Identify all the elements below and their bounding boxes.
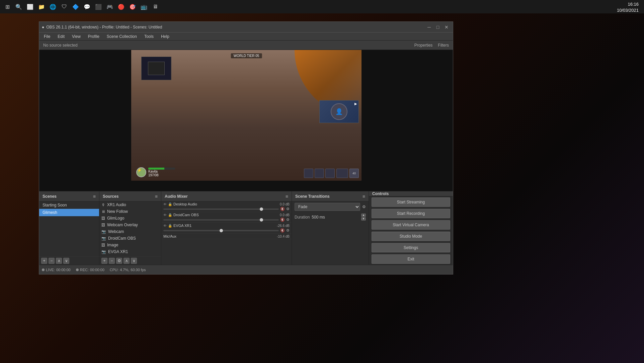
audio-evga: 👁 🔒 EVGA XR1 -26.6 dB 🔇 ⚙: [161, 223, 292, 234]
minimap: [141, 57, 171, 80]
app5-icon[interactable]: 📺: [139, 2, 149, 11]
start-streaming-button[interactable]: Start Streaming: [372, 197, 450, 207]
app3-icon[interactable]: ⬛: [94, 2, 103, 11]
explorer-icon[interactable]: 📁: [37, 2, 46, 11]
player-name: Kavita: [148, 170, 175, 173]
obs-window: ● OBS 26.1.1 (64-bit, windows) - Profile…: [39, 21, 453, 275]
duration-up-button[interactable]: ▲: [361, 214, 366, 217]
remove-scene-button[interactable]: −: [49, 258, 55, 264]
menu-edit[interactable]: Edit: [54, 34, 68, 40]
add-source-button[interactable]: +: [101, 258, 107, 264]
audio-mixer-panel: Audio Mixer ≡ 👁 🔒 Desktop Audio 0.0 dB: [161, 191, 292, 265]
duration-down-button[interactable]: ▼: [361, 217, 366, 221]
vlc-icon[interactable]: 🔴: [116, 2, 126, 11]
start-recording-button[interactable]: Start Recording: [372, 209, 450, 218]
transitions-header: Scene Transitions ≡: [292, 191, 369, 201]
overlay-icon: 🖼: [101, 223, 105, 227]
evga-settings-icon[interactable]: ⚙: [286, 228, 290, 233]
audio-menu-icon[interactable]: ≡: [286, 194, 288, 199]
source-evga-xr1[interactable]: 📷 EVGA XR1: [99, 248, 161, 255]
obs-logo: ●: [42, 25, 44, 29]
droidcam-settings-icon[interactable]: ⚙: [286, 218, 290, 222]
source-settings-button[interactable]: ⚙: [116, 258, 122, 264]
defender-icon[interactable]: 🛡: [60, 2, 69, 11]
sources-panel: Sources ≡ 🎙 XR1 Audio 🖥 New Follow 🖼 Gli…: [99, 191, 161, 265]
hud-avatar: ⚡: [136, 167, 146, 177]
source-xr1-audio[interactable]: 🎙 XR1 Audio: [99, 201, 161, 208]
droidcam-lock-icon[interactable]: 🔒: [168, 213, 172, 217]
transitions-menu-icon[interactable]: ≡: [363, 194, 365, 199]
transition-settings-icon[interactable]: ⚙: [362, 204, 366, 209]
source-image[interactable]: 🖼 Image: [99, 242, 161, 248]
source-glimlogo[interactable]: 🖼 GlimLogo: [99, 215, 161, 222]
scene-up-button[interactable]: ∧: [56, 258, 62, 264]
settings-button[interactable]: Settings: [372, 243, 450, 252]
desktop-audio-eye-icon[interactable]: 👁: [163, 202, 167, 206]
scene-item-glimesh[interactable]: Glimesh: [39, 209, 99, 216]
app4-icon[interactable]: 🎯: [128, 2, 137, 11]
evga-volume[interactable]: [163, 230, 279, 231]
droidcam-eye-icon[interactable]: 👁: [163, 213, 167, 217]
evga-mute-button[interactable]: 🔇: [280, 228, 285, 233]
sources-menu-icon[interactable]: ≡: [155, 194, 158, 199]
source-webcam[interactable]: 📷 Webcam: [99, 228, 161, 235]
desktop-mute-button[interactable]: 🔇: [280, 207, 285, 211]
scene-item-starting-soon[interactable]: Starting Soon: [39, 201, 99, 209]
chrome-icon[interactable]: 🌐: [48, 2, 58, 11]
add-scene-button[interactable]: +: [41, 258, 47, 264]
game-hud: ⚡ Kavita 197/08: [136, 167, 175, 177]
maximize-button[interactable]: □: [434, 23, 441, 31]
live-dot-icon: [42, 268, 45, 271]
filters-button[interactable]: Filters: [438, 43, 449, 48]
source-droidcam[interactable]: 📷 DroidCam OBS: [99, 235, 161, 242]
window-title: OBS 26.1.1 (64-bit, windows) - Profile: …: [46, 25, 162, 29]
droidcam-volume[interactable]: [163, 219, 279, 221]
desktop-audio-volume[interactable]: [163, 208, 279, 210]
source-new-follow[interactable]: 🖥 New Follow: [99, 208, 161, 215]
desktop-audio-lock-icon[interactable]: 🔒: [168, 202, 172, 206]
minimize-button[interactable]: ─: [425, 23, 433, 31]
menu-help[interactable]: Help: [158, 34, 173, 40]
studio-mode-button[interactable]: Studio Mode: [372, 232, 450, 241]
close-button[interactable]: ✕: [443, 23, 450, 31]
transition-type-select[interactable]: Fade: [295, 203, 360, 211]
start-button[interactable]: ⊞: [3, 2, 12, 11]
app2-icon[interactable]: 💬: [82, 2, 92, 11]
menu-profile[interactable]: Profile: [85, 34, 103, 40]
evga-eye-icon[interactable]: 👁: [163, 224, 167, 228]
menu-file[interactable]: File: [41, 34, 54, 40]
taskbar: ⊞ 🔍 ⬜ 📁 🌐 🛡 🔷 💬 ⬛ 🎮 🔴 🎯 📺 🖥 16:16 10/03/…: [0, 0, 644, 13]
scene-down-button[interactable]: ∨: [63, 258, 69, 264]
obs-taskbar-icon[interactable]: 🎮: [105, 2, 114, 11]
preview-area: WORLD TIER 05 👤 ▶ ⚡ Kavita 197: [39, 50, 453, 191]
audio-droidcam: 👁 🔒 DroidCam OBS 0.0 dB 🔇 ⚙: [161, 212, 292, 223]
source-down-button[interactable]: ∨: [131, 258, 137, 264]
menu-tools[interactable]: Tools: [141, 34, 157, 40]
scenes-menu-icon[interactable]: ≡: [93, 194, 96, 199]
exit-button[interactable]: Exit: [372, 254, 450, 264]
cpu-status: CPU: 4.7%, 60.00 fps: [110, 268, 146, 272]
desktop-settings-icon[interactable]: ⚙: [286, 207, 290, 211]
world-tier-label: WORLD TIER 05: [231, 53, 262, 58]
droidcam-mute-button[interactable]: 🔇: [280, 218, 285, 222]
search-icon[interactable]: 🔍: [14, 2, 23, 11]
source-webcam-overlay[interactable]: 🖼 Webcam Overlay: [99, 222, 161, 228]
evga-lock-icon[interactable]: 🔒: [168, 224, 172, 228]
duration-row: Duration 500 ms ▲ ▼: [292, 212, 369, 222]
taskview-icon[interactable]: ⬜: [25, 2, 35, 11]
remove-source-button[interactable]: −: [109, 258, 115, 264]
menu-scene-collection[interactable]: Scene Collection: [103, 34, 140, 40]
image-icon-1: 🖼: [101, 216, 105, 220]
app1-icon[interactable]: 🔷: [71, 2, 80, 11]
rec-status: REC: 00:00:00: [76, 268, 104, 272]
start-virtual-camera-button[interactable]: Start Virtual Camera: [372, 220, 450, 230]
titlebar: ● OBS 26.1.1 (64-bit, windows) - Profile…: [39, 22, 453, 33]
sources-header: Sources ≡: [99, 191, 161, 201]
app6-icon[interactable]: 🖥: [151, 2, 160, 11]
camera-icon-1: 📷: [101, 230, 106, 234]
source-up-button[interactable]: ∧: [124, 258, 130, 264]
audio-header: Audio Mixer ≡: [161, 191, 292, 201]
menu-view[interactable]: View: [69, 34, 84, 40]
properties-button[interactable]: Properties: [414, 43, 433, 48]
scenes-panel: Scenes ≡ Starting Soon Glimesh + − ∧ ∨: [39, 191, 99, 265]
